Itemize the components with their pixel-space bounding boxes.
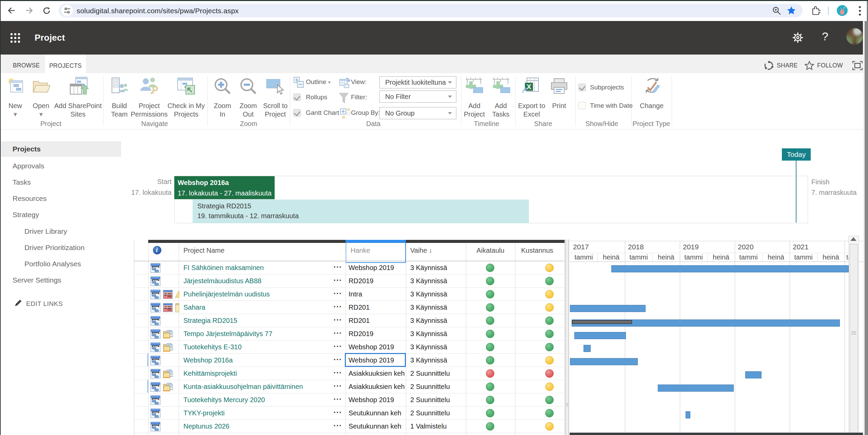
svg-text:X: X	[527, 83, 531, 90]
